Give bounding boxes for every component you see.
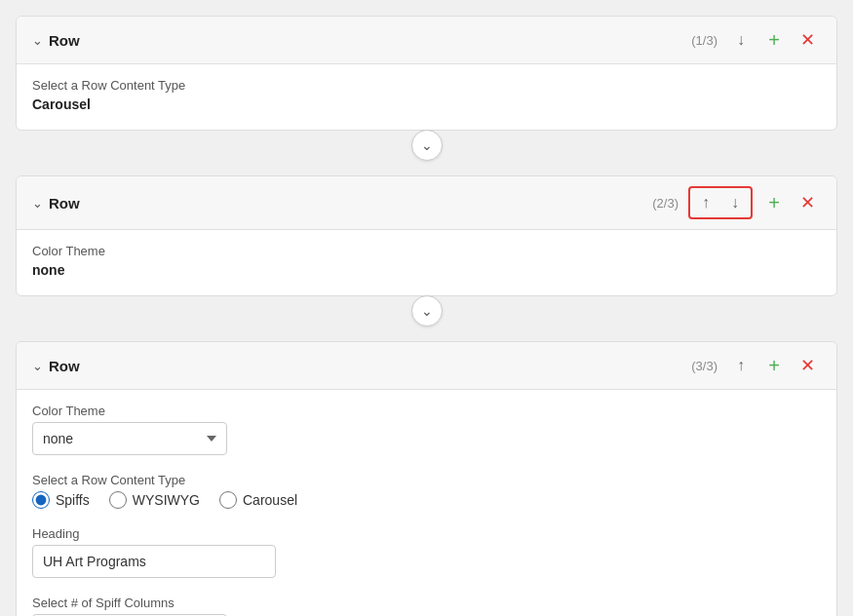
row-3-move-up-button[interactable]: ↑ [727,352,755,379]
row-1-content-type-value: Carousel [32,96,821,112]
row-2-wrapper: ⌄ Row (2/3) ↑ ↓ + ✕ Color Theme none ⌄ [16,175,837,327]
row-1-add-button[interactable]: + [760,26,788,54]
row-3-color-theme-select[interactable]: none light dark [32,422,227,455]
row-1-count: (1/3) [691,33,717,48]
row-3-content-type-label: Select a Row Content Type [32,473,821,487]
row-1-controls: (1/3) ↓ + ✕ [691,26,821,54]
row-3-remove-button[interactable]: ✕ [794,352,821,379]
row-2-label: Row [49,195,80,212]
row-1-move-down-button[interactable]: ↓ [727,26,755,54]
row-2-color-theme-field: Color Theme none [32,244,821,278]
row-3-spiff-columns-label: Select # of Spiff Columns [32,596,821,610]
row-3-heading-field: Heading [32,526,821,578]
row-3-wrapper: ⌄ Row (3/3) ↑ + ✕ Color Theme none light… [16,341,837,616]
row-2-title-area: ⌄ Row [32,195,80,212]
radio-spiffs-label: Spiffs [56,492,90,508]
row-2-remove-button[interactable]: ✕ [794,189,821,216]
radio-spiffs[interactable]: Spiffs [32,491,90,509]
radio-wysiwyg-label: WYSIWYG [133,492,200,508]
row-3-card: ⌄ Row (3/3) ↑ + ✕ Color Theme none light… [16,341,837,616]
radio-carousel-input[interactable] [219,491,237,509]
radio-wysiwyg[interactable]: WYSIWYG [109,491,200,509]
spacer-2 [16,333,837,341]
row-1-expand-toggle: ⌄ [16,130,837,161]
row-1-body: Select a Row Content Type Carousel [17,64,836,130]
row-3-body: Color Theme none light dark Select a Row… [17,390,836,616]
row-3-radio-group: Spiffs WYSIWYG Carousel [32,491,821,509]
row-3-heading-label: Heading [32,526,821,541]
row-3-controls: (3/3) ↑ + ✕ [691,352,821,379]
row-3-color-theme-label: Color Theme [32,404,821,418]
radio-carousel-label: Carousel [243,492,297,508]
row-1-content-type-label: Select a Row Content Type [32,78,821,93]
row-1-title-area: ⌄ Row [32,32,80,49]
radio-spiffs-input[interactable] [32,491,50,509]
row-1-remove-button[interactable]: ✕ [794,26,821,54]
radio-carousel[interactable]: Carousel [219,491,297,509]
radio-wysiwyg-input[interactable] [109,491,127,509]
row-2-expand-toggle: ⌄ [16,295,837,327]
row-2-count: (2/3) [652,196,679,211]
row-2-move-down-button[interactable]: ↓ [721,189,749,216]
row-3-header: ⌄ Row (3/3) ↑ + ✕ [17,342,836,390]
row-3-color-theme-field: Color Theme none light dark [32,404,821,455]
row-1-label: Row [49,32,80,49]
row-2-move-up-button[interactable]: ↑ [692,189,719,216]
row-1-header: ⌄ Row (1/3) ↓ + ✕ [17,17,836,64]
row-3-label: Row [49,358,80,374]
row-3-spiff-columns-field: Select # of Spiff Columns 1 2 3 4 [32,596,821,616]
row-3-add-button[interactable]: + [760,352,788,379]
row-3-heading-input[interactable] [32,545,276,578]
row-2-color-theme-label: Color Theme [32,244,821,258]
row-2-add-button[interactable]: + [760,189,788,216]
row-2-move-controls-highlighted: ↑ ↓ [688,186,753,219]
row-1-expand-toggle-button[interactable]: ⌄ [411,130,443,161]
row-2-color-theme-value: none [32,262,821,278]
spacer-1 [16,168,837,175]
row-3-content-type-field: Select a Row Content Type Spiffs WYSIWYG… [32,473,821,509]
row-3-collapse-icon[interactable]: ⌄ [32,359,43,373]
row-3-count: (3/3) [691,359,717,373]
row-1-card: ⌄ Row (1/3) ↓ + ✕ Select a Row Content T… [16,16,837,131]
row-2-header: ⌄ Row (2/3) ↑ ↓ + ✕ [17,176,836,230]
row-2-body: Color Theme none [17,230,836,295]
row-1-collapse-icon[interactable]: ⌄ [32,33,43,48]
row-2-controls: (2/3) ↑ ↓ + ✕ [652,186,821,219]
row-1-content-type-field: Select a Row Content Type Carousel [32,78,821,112]
row-2-expand-toggle-button[interactable]: ⌄ [411,295,443,327]
row-1-wrapper: ⌄ Row (1/3) ↓ + ✕ Select a Row Content T… [16,16,837,161]
row-3-title-area: ⌄ Row [32,358,80,374]
row-2-card: ⌄ Row (2/3) ↑ ↓ + ✕ Color Theme none [16,175,837,296]
row-2-collapse-icon[interactable]: ⌄ [32,196,43,211]
